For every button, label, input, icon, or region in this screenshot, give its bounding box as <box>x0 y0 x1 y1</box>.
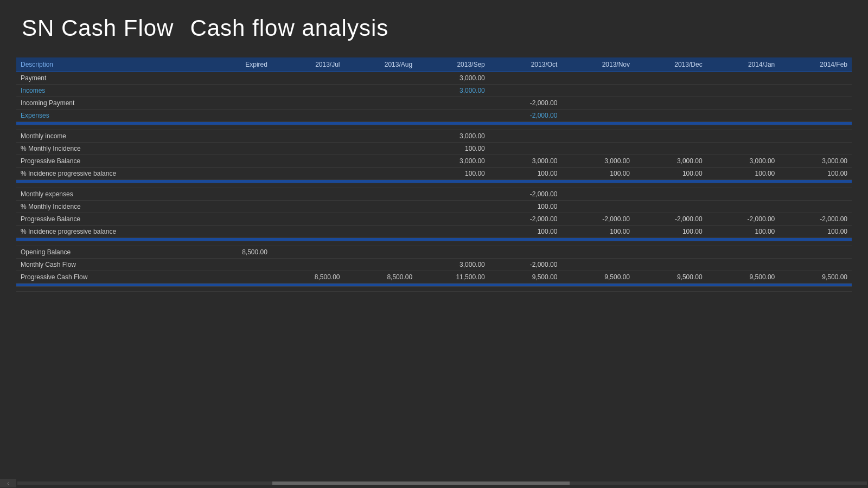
spacer-row <box>16 183 852 188</box>
cell-jul: 8,500.00 <box>272 271 344 284</box>
cell-jul <box>272 246 344 259</box>
spacer-cell <box>16 241 852 246</box>
scrollbar-thumb[interactable] <box>272 481 570 485</box>
cell-feb <box>779 246 852 259</box>
cell-sep: 11,500.00 <box>417 271 489 284</box>
cell-nov: 100.00 <box>561 168 634 180</box>
cell-expired <box>209 188 272 201</box>
cell-sep: 3,000.00 <box>417 72 489 85</box>
cell-oct <box>489 130 562 143</box>
cell-jul <box>272 226 344 238</box>
cell-oct: -2,000.00 <box>489 97 562 110</box>
table-row: Incoming Payment-2,000.00 <box>16 97 852 110</box>
cell-aug <box>344 188 417 201</box>
cell-oct <box>489 246 562 259</box>
cell-jul <box>272 85 344 97</box>
col-header-sep: 2013/Sep <box>417 57 489 72</box>
table-row: Expenses-2,000.00 <box>16 110 852 122</box>
cell-expired <box>209 226 272 238</box>
cell-oct <box>489 143 562 155</box>
cell-sep <box>417 213 489 226</box>
cell-nov <box>561 143 634 155</box>
table-row: Progressive Balance-2,000.00-2,000.00-2,… <box>16 213 852 226</box>
cell-jan <box>707 110 780 122</box>
cell-aug <box>344 246 417 259</box>
col-header-dec: 2013/Dec <box>634 57 707 72</box>
cell-feb <box>779 143 852 155</box>
col-header-jan: 2014/Jan <box>707 57 780 72</box>
table-row: Monthly Cash Flow3,000.00-2,000.00 <box>16 259 852 271</box>
cell-expired: 8,500.00 <box>209 246 272 259</box>
cell-description: Incomes <box>16 85 209 97</box>
cell-aug <box>344 155 417 168</box>
cell-expired <box>209 72 272 85</box>
cell-feb <box>779 85 852 97</box>
cell-oct: 9,500.00 <box>489 271 562 284</box>
spacer-row <box>16 125 852 130</box>
table-row: % Monthly Incidence100.00 <box>16 143 852 155</box>
cell-jul <box>272 168 344 180</box>
cell-dec <box>634 188 707 201</box>
scroll-left-button[interactable]: ‹ <box>0 479 16 487</box>
cell-dec <box>634 246 707 259</box>
table-row: Progressive Balance3,000.003,000.003,000… <box>16 155 852 168</box>
cell-aug <box>344 213 417 226</box>
cell-jan: -2,000.00 <box>707 213 780 226</box>
cell-aug <box>344 72 417 85</box>
col-header-aug: 2013/Aug <box>344 57 417 72</box>
scrollbar-area: ‹ <box>0 478 868 488</box>
cell-oct: -2,000.00 <box>489 110 562 122</box>
cell-feb <box>779 97 852 110</box>
cell-description: Payment <box>16 72 209 85</box>
cell-feb: 3,000.00 <box>779 155 852 168</box>
cell-jan: 3,000.00 <box>707 155 780 168</box>
cell-jan: 100.00 <box>707 168 780 180</box>
cell-nov <box>561 201 634 213</box>
cell-dec: 9,500.00 <box>634 271 707 284</box>
cell-expired <box>209 168 272 180</box>
scrollbar-track[interactable] <box>17 481 867 485</box>
cell-dec <box>634 97 707 110</box>
cell-aug <box>344 259 417 271</box>
cell-sep: 100.00 <box>417 168 489 180</box>
table-row: Payment3,000.00 <box>16 72 852 85</box>
cell-sep <box>417 246 489 259</box>
cell-jul <box>272 97 344 110</box>
table-row: Progressive Cash Flow8,500.008,500.0011,… <box>16 271 852 284</box>
page-title: Cash flow analysis <box>190 15 388 41</box>
cell-nov <box>561 85 634 97</box>
cell-description: Monthly expenses <box>16 188 209 201</box>
cell-feb <box>779 188 852 201</box>
cell-jul <box>272 188 344 201</box>
cell-description: % Incidence progressive balance <box>16 226 209 238</box>
table-row: Incomes3,000.00 <box>16 85 852 97</box>
cell-expired <box>209 213 272 226</box>
cell-jul <box>272 143 344 155</box>
cell-jul <box>272 259 344 271</box>
cell-dec <box>634 130 707 143</box>
cell-description: Expenses <box>16 110 209 122</box>
cell-expired <box>209 130 272 143</box>
table-header-row: Description Expired 2013/Jul 2013/Aug 20… <box>16 57 852 72</box>
cell-aug <box>344 130 417 143</box>
cell-jul <box>272 155 344 168</box>
cell-oct <box>489 72 562 85</box>
cell-oct: -2,000.00 <box>489 188 562 201</box>
cell-sep: 100.00 <box>417 143 489 155</box>
cell-nov <box>561 259 634 271</box>
cell-description: Progressive Balance <box>16 155 209 168</box>
cell-sep <box>417 226 489 238</box>
cell-feb: 9,500.00 <box>779 271 852 284</box>
cell-jul <box>272 213 344 226</box>
cell-sep: 3,000.00 <box>417 85 489 97</box>
cell-expired <box>209 85 272 97</box>
cell-jan: 100.00 <box>707 226 780 238</box>
cell-description: Monthly income <box>16 130 209 143</box>
col-header-nov: 2013/Nov <box>561 57 634 72</box>
cell-sep <box>417 201 489 213</box>
cell-dec <box>634 85 707 97</box>
cell-dec: 3,000.00 <box>634 155 707 168</box>
main-content: Description Expired 2013/Jul 2013/Aug 20… <box>0 52 868 292</box>
cell-jul <box>272 72 344 85</box>
chevron-left-icon: ‹ <box>7 480 9 486</box>
